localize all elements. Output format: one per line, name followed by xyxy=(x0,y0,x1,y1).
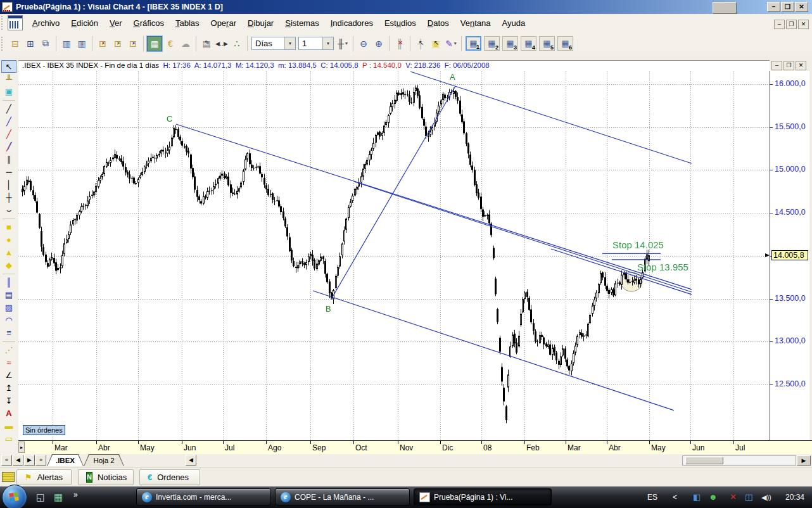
pointer-note-icon[interactable]: ▣↖ xyxy=(429,37,443,51)
angle-tool[interactable]: ∠ xyxy=(1,369,16,382)
compression-dropdown[interactable]: 1▾ xyxy=(298,37,334,50)
cross-line-tool[interactable]: ┼ xyxy=(1,191,16,204)
bar-chart-refresh-icon[interactable]: ▥↓ xyxy=(75,37,89,51)
network-tray-icon[interactable]: ◫ xyxy=(745,486,752,508)
menu-item-dibujar[interactable]: Dibujar xyxy=(242,16,279,30)
horizontal-levels-tool[interactable]: ≡ xyxy=(1,327,16,340)
tab-ibex[interactable]: .IBEX xyxy=(47,454,84,466)
price-label-tool[interactable]: ▬ xyxy=(1,420,16,433)
link-windows-icon[interactable]: ∴ xyxy=(230,37,244,51)
euro-key-icon[interactable]: € xyxy=(163,37,177,51)
new-page-folder-icon[interactable]: ⊡▪ xyxy=(126,37,140,51)
language-indicator[interactable]: ES xyxy=(647,486,657,508)
rectangle-tool[interactable]: ■ xyxy=(1,221,16,234)
titlebar-extra-button[interactable] xyxy=(713,2,737,14)
dropdown-arrow-icon[interactable]: ▾ xyxy=(322,37,333,49)
noticias-button[interactable]: NNoticias xyxy=(78,469,134,485)
tab-hoja2[interactable]: Hoja 2 xyxy=(84,454,124,466)
task-invertia[interactable]: eInvertia.com - merca... xyxy=(136,488,271,505)
bar-chart-icon[interactable]: ▥ xyxy=(60,37,73,51)
save-all-icon[interactable]: ⧉ xyxy=(39,37,53,51)
minimize-button[interactable]: – xyxy=(767,2,780,12)
close-button[interactable]: ✕ xyxy=(795,2,808,12)
page-button-4[interactable]: ▦4 xyxy=(521,36,536,51)
menu-item-datos[interactable]: Datos xyxy=(422,16,455,30)
display-tray-icon[interactable]: ◧ xyxy=(693,486,701,508)
menu-item-ver[interactable]: Ver xyxy=(104,16,128,30)
task-prueba[interactable]: Prueba(Página 1) : Vi... xyxy=(414,488,552,505)
menu-item-ventana[interactable]: Ventana xyxy=(455,16,497,30)
quotes-table-icon[interactable]: ▦ xyxy=(147,36,162,51)
new-table-folder-icon[interactable]: ⊡▪ xyxy=(111,37,125,51)
open-icon[interactable]: ⊟ xyxy=(8,37,22,51)
chart-minimize-button[interactable]: – xyxy=(771,61,782,70)
page-button-2[interactable]: ▦2 xyxy=(484,36,500,51)
bar-step-control[interactable]: ◀‥▶ xyxy=(215,37,229,51)
fibonacci-projection-tool[interactable]: ▨ xyxy=(1,302,16,314)
crosshair-pointer-icon[interactable]: ┼↖ xyxy=(414,37,428,51)
dropdown-arrow-icon[interactable]: ▾ xyxy=(345,41,348,46)
volume-tray-icon[interactable]: ◀)) xyxy=(761,486,771,508)
xaxis-expand-button[interactable]: ▸ xyxy=(18,441,25,453)
arrow-down-tool[interactable]: ↧ xyxy=(1,395,16,407)
mdi-close-button[interactable]: ✕ xyxy=(798,20,809,29)
tab-nav-button-3[interactable]: » xyxy=(35,455,46,466)
menu-item-sistemas[interactable]: Sistemas xyxy=(279,16,324,30)
show-desktop-icon[interactable]: ◱ xyxy=(33,490,48,505)
parallel-lines-tool[interactable]: ∥ xyxy=(1,153,16,166)
zoom-out-icon[interactable]: ⊖ xyxy=(357,37,371,51)
date-label-tool[interactable]: ▭ xyxy=(1,433,16,445)
tab-scroll-button[interactable]: ◀ xyxy=(186,455,196,466)
menu-item-tablas[interactable]: Tablas xyxy=(170,16,205,30)
menu-item-ayuda[interactable]: Ayuda xyxy=(497,16,531,30)
restore-button[interactable]: ❐ xyxy=(781,2,794,12)
horizontal-scrollbar[interactable] xyxy=(682,455,796,466)
trend-line-tool[interactable]: ╱ xyxy=(1,103,16,115)
scroll-right-button[interactable]: ▶ xyxy=(797,455,811,466)
fan-lines-tool[interactable]: ◠ xyxy=(1,314,16,327)
dropdown-arrow-icon[interactable]: ▾ xyxy=(284,37,295,49)
tab-nav-button-1[interactable]: ◀ xyxy=(13,455,23,466)
save-icon[interactable]: ⊞ xyxy=(23,37,37,51)
text-tool[interactable]: A xyxy=(1,407,16,420)
new-chart-folder-icon[interactable]: ⊡▪ xyxy=(96,37,110,51)
pointer-tool[interactable]: ↖ xyxy=(1,60,16,73)
delete-bars-icon[interactable]: ║✕ xyxy=(393,37,407,51)
trend-line-red-tool[interactable]: ╱ xyxy=(1,128,16,141)
menu-item-graficos[interactable]: Gráficos xyxy=(128,16,170,30)
menu-item-operar[interactable]: Operar xyxy=(205,16,242,30)
properties-icon[interactable]: ▤✎ xyxy=(200,37,213,51)
dotted-line-tool[interactable]: ⋰ xyxy=(1,344,16,357)
chart-close-button[interactable]: ✕ xyxy=(796,61,806,70)
trend-line-blue-tool[interactable]: ╱ xyxy=(1,115,16,128)
snap-tool[interactable]: ╨ xyxy=(1,73,16,86)
connection-error-tray-icon[interactable]: ✕ xyxy=(730,486,737,508)
dropdown-arrow-icon[interactable]: ▾ xyxy=(454,41,457,46)
vertical-line-tool[interactable]: │ xyxy=(1,179,16,191)
menu-item-estudios[interactable]: Estudios xyxy=(379,16,422,30)
menu-item-archivo[interactable]: Archivo xyxy=(27,16,65,30)
quick-launch-overflow-chevron[interactable]: » xyxy=(73,490,78,499)
page-button-6[interactable]: ▦6 xyxy=(557,36,573,51)
menu-item-edicion[interactable]: Edición xyxy=(65,16,104,30)
panel-dock-icon[interactable] xyxy=(2,472,15,482)
tab-nav-button-0[interactable]: « xyxy=(1,455,12,466)
cycle-lines-tool[interactable]: ║ xyxy=(1,276,16,289)
arrow-up-tool[interactable]: ↥ xyxy=(1,382,16,395)
price-chart[interactable] xyxy=(18,71,770,440)
quick-launch-icon[interactable]: ▦ xyxy=(51,490,66,505)
chart-page-icon[interactable] xyxy=(8,15,23,30)
zoom-in-icon[interactable]: ⊕ xyxy=(372,37,386,51)
mdi-restore-button[interactable]: ❐ xyxy=(786,20,797,29)
chart-restore-button[interactable]: ❐ xyxy=(783,61,794,70)
triangle-tool[interactable]: ▲ xyxy=(1,246,16,259)
tray-chevron[interactable]: < xyxy=(673,486,677,508)
zoom-box-tool[interactable]: ▣ xyxy=(1,86,16,98)
period-dropdown[interactable]: Días▾ xyxy=(251,37,296,50)
ellipse-tool[interactable]: ● xyxy=(1,234,16,246)
page-button-1[interactable]: ▦1 xyxy=(466,36,481,51)
page-button-5[interactable]: ▦5 xyxy=(539,36,555,51)
diamond-tool[interactable]: ◆ xyxy=(1,259,16,272)
chart-style-dropdown[interactable]: ╫▾ xyxy=(336,37,350,51)
alertas-button[interactable]: ⚑Alertas xyxy=(16,469,72,485)
